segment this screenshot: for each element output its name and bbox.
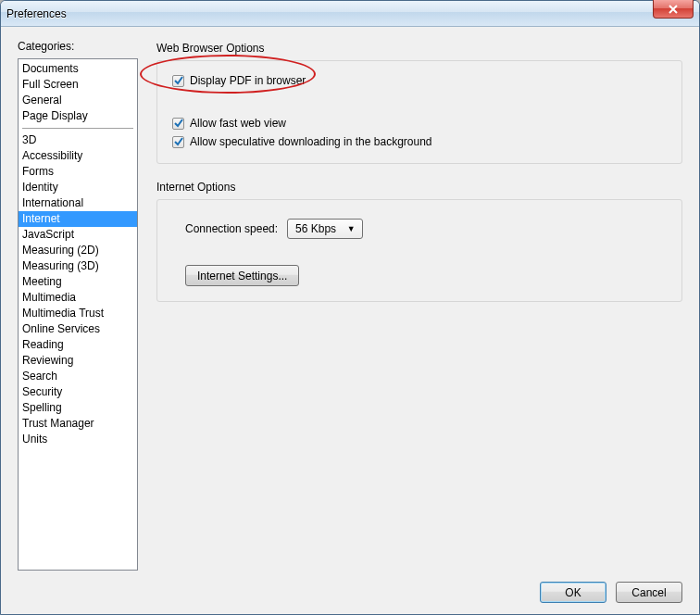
category-item-documents[interactable]: Documents bbox=[19, 61, 137, 77]
category-item-search[interactable]: Search bbox=[19, 369, 137, 384]
category-item-reviewing[interactable]: Reviewing bbox=[19, 353, 137, 369]
titlebar: Preferences bbox=[1, 1, 699, 27]
web-browser-options-label: Web Browser Options bbox=[156, 42, 682, 55]
category-item-spelling[interactable]: Spelling bbox=[19, 400, 137, 416]
category-item-units[interactable]: Units bbox=[19, 432, 137, 447]
check-icon bbox=[174, 137, 183, 146]
close-button[interactable] bbox=[653, 0, 694, 19]
category-item-page-display[interactable]: Page Display bbox=[19, 108, 137, 124]
category-item-online-services[interactable]: Online Services bbox=[19, 321, 137, 337]
category-item-measuring-2d-[interactable]: Measuring (2D) bbox=[19, 243, 137, 258]
category-divider bbox=[22, 128, 133, 129]
display-pdf-label: Display PDF in browser bbox=[190, 74, 306, 87]
speculative-label: Allow speculative downloading in the bac… bbox=[190, 135, 432, 148]
category-item-3d[interactable]: 3D bbox=[19, 132, 137, 148]
check-icon bbox=[174, 76, 183, 85]
category-item-security[interactable]: Security bbox=[19, 384, 137, 400]
display-pdf-checkbox[interactable] bbox=[172, 75, 184, 87]
category-item-meeting[interactable]: Meeting bbox=[19, 274, 137, 290]
window-title: Preferences bbox=[6, 7, 67, 20]
fast-web-checkbox[interactable] bbox=[172, 118, 184, 130]
speculative-checkbox[interactable] bbox=[172, 136, 184, 148]
fast-web-label: Allow fast web view bbox=[190, 117, 286, 130]
categories-listbox[interactable]: DocumentsFull ScreenGeneralPage Display3… bbox=[18, 58, 138, 571]
categories-label: Categories: bbox=[18, 40, 138, 53]
category-item-identity[interactable]: Identity bbox=[19, 180, 137, 195]
category-item-accessibility[interactable]: Accessibility bbox=[19, 148, 137, 164]
category-item-reading[interactable]: Reading bbox=[19, 337, 137, 353]
category-item-forms[interactable]: Forms bbox=[19, 164, 137, 180]
connection-speed-label: Connection speed: bbox=[185, 222, 278, 235]
category-item-international[interactable]: International bbox=[19, 195, 137, 211]
internet-settings-button[interactable]: Internet Settings... bbox=[185, 265, 299, 286]
category-item-general[interactable]: General bbox=[19, 93, 137, 108]
preferences-dialog: Preferences Categories: DocumentsFull Sc… bbox=[0, 0, 700, 615]
chevron-down-icon: ▼ bbox=[344, 224, 358, 233]
close-icon bbox=[668, 5, 679, 14]
internet-options-group: Connection speed: 56 Kbps ▼ Internet Set… bbox=[156, 199, 682, 302]
category-item-javascript[interactable]: JavaScript bbox=[19, 227, 137, 243]
web-browser-options-group: Display PDF in browser Allow fast web vi… bbox=[156, 60, 682, 164]
category-item-multimedia-trust[interactable]: Multimedia Trust bbox=[19, 306, 137, 321]
cancel-button[interactable]: Cancel bbox=[616, 582, 682, 603]
category-item-internet[interactable]: Internet bbox=[19, 211, 137, 227]
category-item-full-screen[interactable]: Full Screen bbox=[19, 77, 137, 93]
category-item-measuring-3d-[interactable]: Measuring (3D) bbox=[19, 258, 137, 274]
dialog-content: Categories: DocumentsFull ScreenGeneralP… bbox=[1, 27, 699, 614]
ok-button[interactable]: OK bbox=[540, 582, 606, 603]
connection-speed-value: 56 Kbps bbox=[295, 222, 336, 235]
category-item-multimedia[interactable]: Multimedia bbox=[19, 290, 137, 306]
check-icon bbox=[174, 119, 183, 128]
connection-speed-dropdown[interactable]: 56 Kbps ▼ bbox=[287, 219, 363, 239]
dialog-footer: OK Cancel bbox=[18, 571, 682, 603]
category-item-trust-manager[interactable]: Trust Manager bbox=[19, 416, 137, 432]
internet-options-label: Internet Options bbox=[156, 181, 682, 194]
